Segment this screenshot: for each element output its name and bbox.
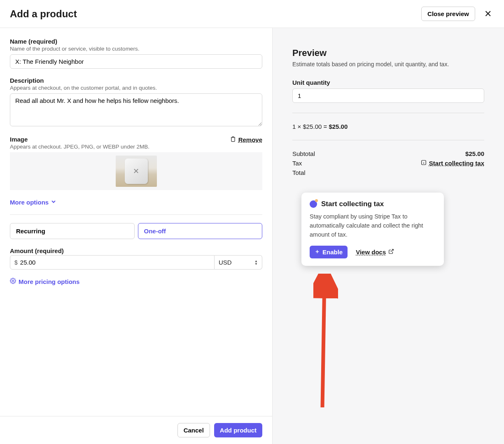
remove-image-button[interactable]: Remove (230, 136, 262, 143)
image-field: Image Remove Appears at checkout. JPEG, … (10, 136, 262, 190)
docs-label: View docs (356, 249, 386, 256)
pricing-type-group: Recurring One-off (10, 223, 262, 239)
name-label: Name (required) (10, 38, 262, 45)
info-icon (421, 160, 427, 167)
popover-header: Start collecting tax (310, 200, 436, 208)
name-input[interactable] (10, 54, 262, 69)
plus-icon (315, 249, 320, 256)
annotation-arrow (313, 274, 338, 409)
header-actions: Close preview ✕ (421, 7, 494, 21)
enable-button[interactable]: Enable (310, 246, 348, 258)
form-content: Name (required) Name of the product or s… (10, 38, 262, 416)
subtotal-label: Subtotal (292, 150, 315, 157)
name-field: Name (required) Name of the product or s… (10, 38, 262, 69)
remove-label: Remove (238, 136, 262, 143)
preview-divider-1 (292, 113, 484, 113)
unit-quantity-input[interactable] (292, 88, 484, 103)
form-panel: Name (required) Name of the product or s… (0, 28, 273, 444)
subtotal-row: Subtotal $25.00 (292, 150, 484, 157)
start-collecting-tax-link[interactable]: Start collecting tax (421, 160, 484, 167)
tax-icon (310, 200, 317, 208)
tax-popover: Start collecting tax Stay compliant by u… (301, 193, 444, 266)
calc-prefix: 1 × $25.00 = (292, 123, 329, 130)
divider (10, 214, 262, 215)
close-icon[interactable]: ✕ (482, 9, 494, 19)
external-link-icon (388, 249, 394, 256)
tax-row: Tax Start collecting tax (292, 160, 484, 167)
popover-title: Start collecting tax (321, 200, 384, 208)
image-preview: ✕ (10, 152, 262, 190)
image-hint: Appears at checkout. JPEG, PNG, or WEBP … (10, 144, 262, 150)
total-label: Total (292, 169, 306, 176)
currency-symbol: $ (14, 259, 18, 266)
description-input[interactable]: Read all about Mr. X and how he helps hi… (10, 93, 262, 126)
popover-actions: Enable View docs (310, 246, 436, 258)
description-field: Description Appears at checkout, on the … (10, 77, 262, 128)
svg-point-0 (12, 280, 14, 282)
gear-icon (10, 278, 16, 285)
more-pricing-button[interactable]: More pricing options (10, 278, 262, 285)
more-options-label: More options (10, 199, 49, 206)
preview-panel: Preview Estimate totals based on pricing… (273, 28, 504, 444)
preview-divider-2 (292, 140, 484, 140)
page-title: Add a product (10, 8, 77, 20)
trash-icon (230, 136, 236, 143)
header: Add a product Close preview ✕ (0, 0, 504, 28)
preview-hint: Estimate totals based on pricing model, … (292, 61, 484, 67)
description-label: Description (10, 77, 262, 84)
calc-total: $25.00 (329, 123, 348, 130)
more-pricing-label: More pricing options (19, 278, 79, 285)
total-row: Total (292, 169, 484, 176)
add-product-button[interactable]: Add product (214, 423, 262, 437)
popover-body: Stay compliant by using Stripe Tax to au… (310, 212, 436, 239)
image-header: Image Remove (10, 136, 262, 144)
amount-input-wrapper: $ (10, 255, 215, 270)
svg-line-3 (322, 280, 324, 407)
oneoff-button[interactable]: One-off (138, 223, 263, 239)
main: Name (required) Name of the product or s… (0, 28, 504, 444)
amount-label: Amount (required) (10, 247, 262, 254)
preview-title: Preview (292, 48, 484, 58)
tax-label: Tax (292, 160, 302, 167)
updown-icon: ▲▼ (254, 260, 258, 265)
form-footer: Cancel Add product (0, 416, 272, 444)
amount-field: Amount (required) $ USD ▲▼ (10, 247, 262, 270)
enable-label: Enable (322, 249, 343, 256)
chevron-down-icon (50, 198, 57, 206)
recurring-button[interactable]: Recurring (10, 223, 135, 239)
name-hint: Name of the product or service, visible … (10, 46, 262, 52)
amount-input[interactable] (20, 256, 210, 269)
currency-value: USD (219, 259, 232, 266)
unit-quantity-label: Unit quantity (292, 79, 484, 86)
more-options-button[interactable]: More options (10, 198, 262, 206)
currency-select[interactable]: USD ▲▼ (215, 255, 262, 270)
description-hint: Appears at checkout, on the customer por… (10, 85, 262, 91)
product-image[interactable]: ✕ (116, 156, 157, 187)
tax-link-label: Start collecting tax (429, 160, 484, 167)
product-item: ✕ (125, 158, 148, 184)
view-docs-link[interactable]: View docs (356, 249, 394, 256)
image-label: Image (10, 136, 28, 143)
subtotal-value: $25.00 (465, 150, 484, 157)
cancel-button[interactable]: Cancel (177, 423, 210, 437)
calc-line: 1 × $25.00 = $25.00 (292, 123, 484, 130)
amount-row: $ USD ▲▼ (10, 255, 262, 270)
close-preview-button[interactable]: Close preview (421, 7, 475, 21)
